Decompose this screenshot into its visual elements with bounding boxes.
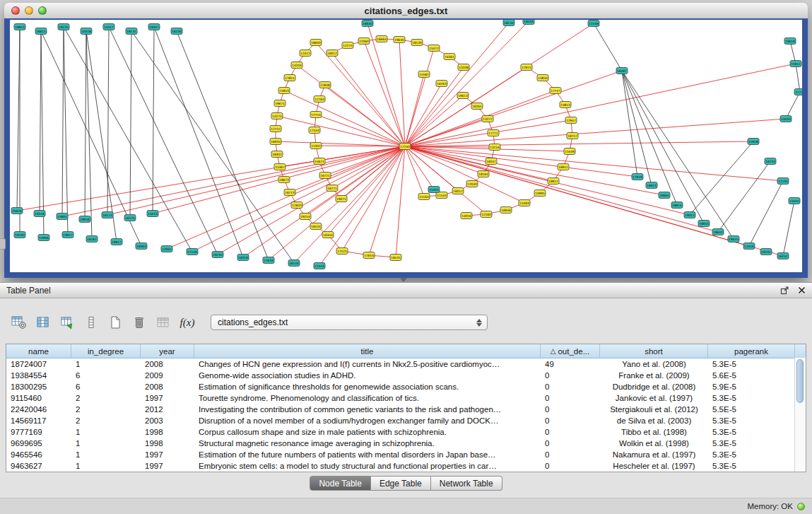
graph-node[interactable]: 21853 (278, 88, 290, 94)
graph-node[interactable]: 12275 (342, 42, 353, 49)
graph-node[interactable]: 22060 (358, 38, 370, 45)
graph-node[interactable]: 16261 (471, 103, 483, 110)
show-columns-button[interactable] (33, 313, 54, 332)
graph-node[interactable]: 15671 (314, 158, 325, 165)
network-selector-dropdown[interactable]: citations_edges.txt (211, 315, 488, 330)
graph-node[interactable]: 17851 (284, 75, 295, 81)
graph-node[interactable]: 16234 (765, 158, 776, 165)
zoom-window-icon[interactable] (38, 6, 47, 15)
graph-node[interactable]: 19245 (760, 249, 772, 255)
graph-node[interactable]: 16611 (35, 28, 47, 35)
graph-node[interactable]: 16535 (390, 255, 401, 261)
graph-node[interactable]: 15367 (274, 164, 286, 170)
graph-node[interactable]: 10995 (534, 190, 546, 197)
graph-node[interactable]: 16047 (486, 158, 497, 165)
graph-node[interactable]: 19671 (274, 100, 286, 107)
collapse-panel-handle[interactable] (0, 238, 6, 250)
table-row[interactable]: 1456911722003Disruption of a novel membe… (6, 415, 806, 426)
graph-node[interactable]: 18130 (411, 40, 423, 46)
graph-node[interactable]: 16113 (102, 212, 113, 218)
graph-node[interactable]: 19640 (394, 37, 405, 43)
tab-edge-table[interactable]: Edge Table (371, 476, 431, 491)
table-row[interactable]: 1938455462009Genome-wide association stu… (6, 370, 806, 381)
graph-node[interactable]: 12754 (310, 112, 322, 118)
graph-node[interactable]: 17140 (187, 249, 198, 255)
graph-node[interactable]: 15493 (519, 200, 530, 206)
table-row[interactable]: 1872400712008Changes of HCN gene express… (6, 358, 806, 370)
graph-node[interactable]: 20626 (11, 208, 23, 214)
network-canvas[interactable]: 1724018600124121420417851218531967114275… (10, 20, 802, 272)
graph-node[interactable]: 12065 (161, 246, 172, 252)
graph-node[interactable]: 12774 (794, 89, 802, 95)
graph-node[interactable]: 13208 (458, 64, 469, 71)
graph-node[interactable]: 15345 (428, 187, 440, 193)
tab-network-table[interactable]: Network Table (431, 476, 502, 491)
scrollbar-thumb[interactable] (796, 359, 804, 403)
column-header-pagerank[interactable]: pagerank (708, 344, 795, 358)
graph-node[interactable]: 16771 (326, 185, 338, 192)
table-row[interactable]: 946554611997Estimation of the future num… (6, 449, 806, 460)
graph-node[interactable]: 16187 (86, 236, 98, 243)
graph-node[interactable]: 12412 (300, 50, 311, 57)
column-header-short[interactable]: short (600, 344, 708, 358)
table-row[interactable]: 977716911998Corpus callosum shape and si… (6, 426, 806, 438)
graph-node[interactable]: 14850 (537, 75, 548, 81)
graph-node[interactable]: 17525 (336, 248, 348, 255)
graph-node[interactable]: 15013 (147, 211, 158, 217)
graph-node[interactable]: 19917 (111, 239, 122, 245)
graph-node[interactable]: 19056 (79, 216, 90, 223)
graph-node[interactable]: 14317 (103, 24, 114, 30)
graph-node[interactable]: 15302 (310, 143, 322, 149)
column-header-title[interactable]: title (194, 344, 541, 358)
graph-node[interactable]: 19234 (212, 252, 223, 258)
table-row[interactable]: 969969511998Structural magnetic resonanc… (6, 438, 806, 449)
graph-node[interactable]: 19518 (34, 211, 45, 217)
graph-node[interactable]: 15449 (564, 148, 575, 155)
graph-node[interactable]: 19619 (784, 38, 796, 45)
graph-node[interactable]: 16640 (362, 21, 373, 27)
table-row[interactable]: 911546021997Tourette syndrome. Phenomeno… (6, 392, 806, 404)
graph-node[interactable]: 16319 (237, 255, 249, 261)
graph-node[interactable]: 15906 (38, 235, 49, 241)
graph-node[interactable]: 18302 (271, 151, 283, 158)
table-settings-button[interactable] (8, 313, 30, 332)
float-panel-icon[interactable] (780, 286, 789, 295)
tab-node-table[interactable]: Node Table (310, 476, 371, 491)
graph-node[interactable]: 19613 (457, 93, 469, 99)
graph-node[interactable]: 15958 (748, 139, 759, 145)
graph-node[interactable]: 15472 (428, 45, 440, 52)
graph-node[interactable]: 14433 (780, 116, 792, 122)
graph-node[interactable]: 17833 (291, 202, 302, 209)
create-column-button[interactable] (105, 313, 126, 332)
graph-node[interactable]: 14204 (291, 62, 302, 69)
graph-node[interactable]: 12764 (314, 96, 325, 103)
import-table-button[interactable] (57, 313, 78, 332)
graph-node[interactable]: 17654 (363, 252, 375, 259)
graph-node[interactable]: 11548 (588, 21, 599, 27)
column-header-name[interactable]: name (6, 344, 71, 358)
graph-node[interactable]: 16713 (284, 189, 295, 196)
column-header-in_degree[interactable]: in_degree (71, 344, 141, 358)
graph-node[interactable]: 15044 (789, 198, 800, 204)
vertical-scrollbar[interactable] (794, 358, 806, 472)
graph-node[interactable]: 18642 (712, 229, 724, 235)
graph-node[interactable]: 12450 (743, 243, 755, 250)
graph-node[interactable]: 18131 (126, 28, 137, 35)
delete-table-button[interactable] (153, 313, 174, 332)
graph-node[interactable]: 16957 (558, 164, 569, 170)
column-header-year[interactable]: year (141, 344, 194, 358)
minimize-window-icon[interactable] (25, 6, 33, 15)
graph-node[interactable]: 12947 (565, 117, 577, 124)
graph-node[interactable]: 16534 (310, 223, 322, 230)
graph-node[interactable]: 12160 (481, 211, 492, 218)
graph-node[interactable]: 15164 (418, 194, 430, 200)
graph-node[interactable]: 17757 (550, 88, 561, 94)
graph-node[interactable]: 15582 (418, 71, 430, 78)
graph-node[interactable]: 16125 (124, 215, 136, 221)
graph-node[interactable]: 17240 (399, 144, 411, 150)
select-rows-button[interactable] (81, 313, 102, 332)
graph-node[interactable]: 18363 (136, 243, 147, 250)
graph-node[interactable]: 16012 (452, 188, 464, 194)
graph-node[interactable]: 14016 (461, 213, 472, 219)
graph-node[interactable]: 16242 (777, 253, 789, 259)
